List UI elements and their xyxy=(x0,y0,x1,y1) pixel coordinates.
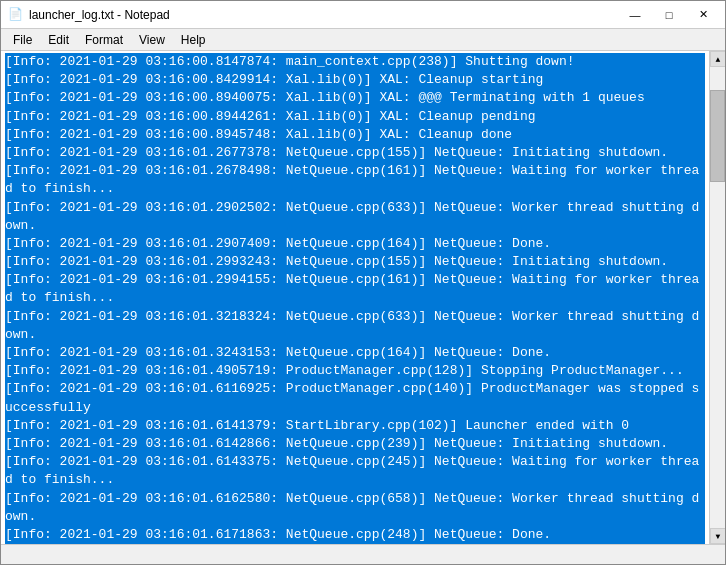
log-line: [Info: 2021-01-29 03:16:01.3243153: NetQ… xyxy=(5,344,705,362)
log-line: [Info: 2021-01-29 03:16:00.8147874: main… xyxy=(5,53,705,71)
notepad-window: 📄 launcher_log.txt - Notepad — □ ✕ FileE… xyxy=(0,0,726,565)
log-line: [Info: 2021-01-29 03:16:01.2678498: NetQ… xyxy=(5,162,705,198)
log-line: [Info: 2021-01-29 03:16:01.2993243: NetQ… xyxy=(5,253,705,271)
log-line: [Info: 2021-01-29 03:16:01.6162580: NetQ… xyxy=(5,490,705,526)
scroll-thumb[interactable] xyxy=(710,90,725,182)
log-line: [Info: 2021-01-29 03:16:01.6143375: NetQ… xyxy=(5,453,705,489)
scroll-up-button[interactable]: ▲ xyxy=(710,51,725,67)
log-line: [Info: 2021-01-29 03:16:01.2902502: NetQ… xyxy=(5,199,705,235)
menu-item-view[interactable]: View xyxy=(131,31,173,49)
menu-item-help[interactable]: Help xyxy=(173,31,214,49)
title-controls: — □ ✕ xyxy=(619,5,719,25)
log-line: [Info: 2021-01-29 03:16:00.8944261: Xal.… xyxy=(5,108,705,126)
log-line: [Info: 2021-01-29 03:16:00.8945748: Xal.… xyxy=(5,126,705,144)
window-title: launcher_log.txt - Notepad xyxy=(29,8,170,22)
menu-item-edit[interactable]: Edit xyxy=(40,31,77,49)
app-icon: 📄 xyxy=(7,7,23,23)
log-line: [Info: 2021-01-29 03:16:01.2677378: NetQ… xyxy=(5,144,705,162)
maximize-button[interactable]: □ xyxy=(653,5,685,25)
log-line: [Info: 2021-01-29 03:16:01.6142866: NetQ… xyxy=(5,435,705,453)
log-line: [Info: 2021-01-29 03:16:00.8429914: Xal.… xyxy=(5,71,705,89)
log-line: [Info: 2021-01-29 03:16:01.2907409: NetQ… xyxy=(5,235,705,253)
menu-item-format[interactable]: Format xyxy=(77,31,131,49)
log-line: [Info: 2021-01-29 03:16:01.3218324: NetQ… xyxy=(5,308,705,344)
menu-bar: FileEditFormatViewHelp xyxy=(1,29,725,51)
scroll-down-button[interactable]: ▼ xyxy=(710,528,725,544)
content-area: [Info: 2021-01-29 03:16:00.8147874: main… xyxy=(1,51,725,544)
log-line: [Info: 2021-01-29 03:16:01.6116925: Prod… xyxy=(5,380,705,416)
text-content[interactable]: [Info: 2021-01-29 03:16:00.8147874: main… xyxy=(1,51,709,544)
status-bar xyxy=(1,544,725,564)
title-bar: 📄 launcher_log.txt - Notepad — □ ✕ xyxy=(1,1,725,29)
close-button[interactable]: ✕ xyxy=(687,5,719,25)
vertical-scrollbar[interactable]: ▲ ▼ xyxy=(709,51,725,544)
log-line: [Info: 2021-01-29 03:16:01.6141379: Star… xyxy=(5,417,705,435)
menu-item-file[interactable]: File xyxy=(5,31,40,49)
log-line: [Info: 2021-01-29 03:16:00.8940075: Xal.… xyxy=(5,89,705,107)
title-bar-left: 📄 launcher_log.txt - Notepad xyxy=(7,7,170,23)
minimize-button[interactable]: — xyxy=(619,5,651,25)
log-line: [Info: 2021-01-29 03:16:01.2994155: NetQ… xyxy=(5,271,705,307)
scroll-track[interactable] xyxy=(710,67,725,528)
log-line: [Info: 2021-01-29 03:16:01.6171863: NetQ… xyxy=(5,526,705,544)
log-line: [Info: 2021-01-29 03:16:01.4905719: Prod… xyxy=(5,362,705,380)
